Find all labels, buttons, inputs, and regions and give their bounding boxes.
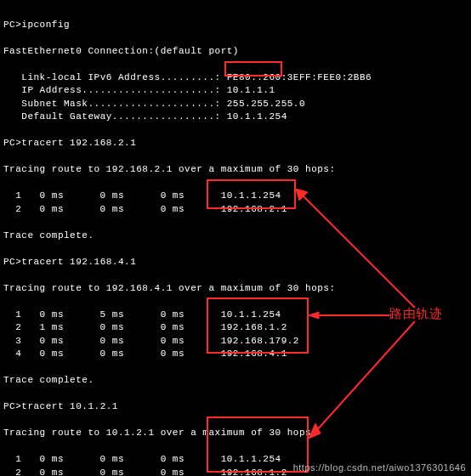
cmd-tracert1: tracert 192.168.2.1 <box>21 138 136 148</box>
sep: : <box>215 99 227 109</box>
ip-label: IP Address...................... <box>21 85 214 95</box>
arrow-1 <box>296 189 419 312</box>
prompt: PC> <box>3 401 21 411</box>
svg-marker-3 <box>309 312 319 319</box>
tracert2-header: Tracing route to 192.168.4.1 over a maxi… <box>3 283 336 293</box>
sep: : <box>215 111 227 122</box>
prompt: PC> <box>3 138 21 148</box>
ip-value: 10.1.1.1 <box>227 85 275 95</box>
tracert1-header: Tracing route to 192.168.2.1 over a maxi… <box>3 164 336 174</box>
link-local-label: Link-local IPv6 Address......... <box>21 72 214 82</box>
trace-complete-2: Trace complete. <box>3 375 94 385</box>
sep: : <box>215 85 227 95</box>
svg-line-4 <box>315 321 415 432</box>
highlight-tracert2-hops <box>207 298 309 354</box>
cmd-tracert2: tracert 192.168.4.1 <box>21 257 136 267</box>
watermark: https://blog.csdn.net/aiwo1376301646 <box>293 462 466 473</box>
cmd-tracert3: tracert 10.1.2.1 <box>21 401 118 411</box>
arrow-2 <box>309 311 389 320</box>
gw-label: Default Gateway................. <box>21 111 214 122</box>
highlight-tracert1-hops <box>207 179 296 209</box>
trace-complete-1: Trace complete. <box>3 230 94 241</box>
prompt: PC> <box>3 20 21 30</box>
mask-label: Subnet Mask..................... <box>21 99 214 109</box>
prompt: PC> <box>3 257 21 267</box>
mask-value: 255.255.255.0 <box>227 99 305 109</box>
arrow-3 <box>309 320 419 439</box>
highlight-ip-address <box>224 61 282 76</box>
ipconfig-header: FastEthernet0 Connection:(default port) <box>3 46 239 56</box>
cmd: ipconfig <box>21 20 70 30</box>
gw-value: 10.1.1.254 <box>227 111 287 122</box>
svg-line-0 <box>303 196 415 308</box>
svg-marker-5 <box>309 423 321 439</box>
